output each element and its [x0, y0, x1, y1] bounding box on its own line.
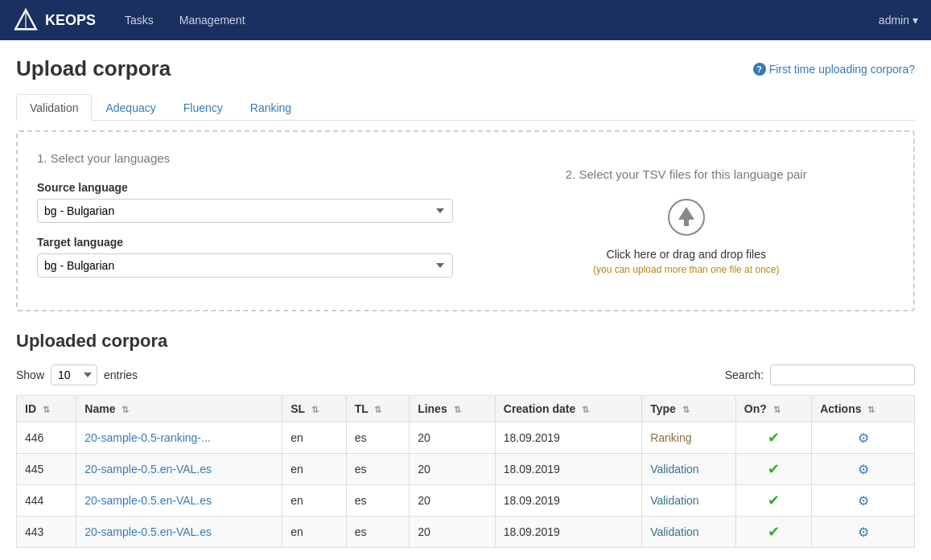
corpus-name-link[interactable]: 20-sample-0.5.en-VAL.es	[84, 525, 212, 538]
cell-name: 20-sample-0.5.en-VAL.es	[76, 454, 282, 485]
upload-section: 1. Select your languages Source language…	[16, 130, 915, 311]
sort-on-icon: ⇅	[773, 405, 781, 415]
tab-validation[interactable]: Validation	[16, 94, 92, 121]
user-menu[interactable]: admin ▾	[879, 14, 918, 27]
table-controls: Show 10 25 50 100 entries Search:	[16, 364, 915, 385]
page-title: Upload corpora	[16, 56, 171, 81]
step2-label: 2. Select your TSV files for this langua…	[566, 167, 807, 181]
show-count-select[interactable]: 10 25 50 100	[51, 364, 97, 385]
search-label: Search:	[725, 369, 764, 381]
target-language-label: Target language	[37, 236, 453, 249]
sort-sl-icon: ⇅	[311, 405, 319, 415]
cell-lines: 20	[410, 485, 496, 517]
target-language-select[interactable]: bg - Bulgarian en - English es - Spanish…	[37, 253, 453, 278]
col-lines[interactable]: Lines ⇅	[410, 396, 496, 422]
cell-date: 18.09.2019	[495, 422, 641, 454]
cell-tl: es	[346, 517, 409, 548]
type-badge: Validation	[650, 463, 698, 476]
upload-left: 1. Select your languages Source language…	[37, 151, 453, 290]
table-row: 443 20-sample-0.5.en-VAL.es en es 20 18.…	[17, 517, 915, 548]
upload-right[interactable]: 2. Select your TSV files for this langua…	[479, 151, 895, 290]
cell-on: ✔	[735, 422, 811, 454]
upload-icon	[666, 197, 706, 240]
cell-tl: es	[346, 485, 409, 517]
sort-name-icon: ⇅	[122, 405, 129, 415]
brand-link[interactable]: KEOPS	[13, 7, 96, 33]
svg-marker-3	[678, 207, 694, 220]
source-language-select[interactable]: bg - Bulgarian en - English es - Spanish…	[37, 199, 453, 223]
col-creation-date[interactable]: Creation date ⇅	[495, 396, 641, 422]
cell-on: ✔	[735, 485, 811, 517]
col-id[interactable]: ID ⇅	[17, 396, 76, 422]
navbar-nav: Tasks Management	[115, 7, 879, 33]
svg-rect-4	[684, 220, 689, 226]
corpus-name-link[interactable]: 20-sample-0.5-ranking-...	[84, 431, 210, 444]
cell-type: Ranking	[642, 422, 736, 454]
search-input[interactable]	[770, 364, 915, 385]
col-actions: Actions ⇅	[812, 396, 915, 422]
cell-sl: en	[282, 485, 347, 517]
col-name[interactable]: Name ⇅	[76, 396, 282, 422]
nav-tasks[interactable]: Tasks	[115, 7, 163, 33]
type-badge: Ranking	[650, 431, 691, 444]
col-sl[interactable]: SL ⇅	[282, 396, 347, 422]
main-content: Upload corpora ? First time uploading co…	[0, 40, 931, 560]
cell-type: Validation	[642, 485, 736, 517]
sort-date-icon: ⇅	[582, 405, 589, 415]
tab-adequacy[interactable]: Adequacy	[92, 94, 169, 121]
uploaded-corpora-title: Uploaded corpora	[16, 331, 915, 352]
upload-subtext: (you can upload more than one file at on…	[593, 264, 779, 275]
col-on[interactable]: On? ⇅	[735, 396, 811, 422]
upload-inner: 1. Select your languages Source language…	[37, 151, 894, 290]
table-body: 446 20-sample-0.5-ranking-... en es 20 1…	[17, 422, 915, 548]
actions-gear-icon[interactable]: ⚙	[820, 525, 906, 540]
cell-actions: ⚙	[812, 517, 915, 548]
sort-type-icon: ⇅	[682, 405, 690, 415]
col-tl[interactable]: TL ⇅	[346, 396, 409, 422]
step1-label: 1. Select your languages	[37, 151, 453, 165]
corpus-name-link[interactable]: 20-sample-0.5.en-VAL.es	[84, 463, 212, 476]
cell-date: 18.09.2019	[495, 517, 641, 548]
type-badge: Validation	[650, 494, 698, 507]
cell-lines: 20	[410, 422, 496, 454]
cell-id: 443	[17, 517, 76, 548]
cell-lines: 20	[410, 517, 496, 548]
actions-gear-icon[interactable]: ⚙	[820, 462, 906, 477]
sort-actions-icon: ⇅	[867, 405, 875, 415]
cell-actions: ⚙	[812, 485, 915, 517]
table-row: 445 20-sample-0.5.en-VAL.es en es 20 18.…	[17, 454, 915, 485]
corpus-name-link[interactable]: 20-sample-0.5.en-VAL.es	[84, 494, 212, 507]
table-header-row: ID ⇅ Name ⇅ SL ⇅ TL ⇅ Lines ⇅	[17, 396, 915, 422]
sort-tl-icon: ⇅	[374, 405, 381, 415]
nav-management[interactable]: Management	[170, 7, 255, 33]
cell-id: 445	[17, 454, 76, 485]
cell-sl: en	[282, 422, 347, 454]
upload-text[interactable]: Click here or drag and drop files	[607, 248, 766, 261]
navbar: KEOPS Tasks Management admin ▾	[0, 0, 931, 40]
help-link-text: First time uploading corpora?	[769, 63, 915, 76]
chevron-down-icon: ▾	[912, 14, 918, 27]
cell-tl: es	[346, 422, 409, 454]
tab-fluency[interactable]: Fluency	[170, 94, 237, 121]
col-date-label: Creation date	[504, 402, 575, 415]
cell-sl: en	[282, 454, 347, 485]
cell-name: 20-sample-0.5.en-VAL.es	[76, 517, 282, 548]
help-link[interactable]: ? First time uploading corpora?	[753, 63, 915, 76]
actions-gear-icon[interactable]: ⚙	[820, 493, 906, 509]
cell-actions: ⚙	[812, 422, 915, 454]
on-checkmark: ✔	[744, 429, 803, 447]
target-language-group: Target language bg - Bulgarian en - Engl…	[37, 236, 453, 278]
cell-name: 20-sample-0.5.en-VAL.es	[76, 485, 282, 517]
cell-on: ✔	[735, 517, 811, 548]
sort-id-icon: ⇅	[43, 405, 50, 415]
on-checkmark: ✔	[744, 460, 803, 478]
cell-on: ✔	[735, 454, 811, 485]
page-header: Upload corpora ? First time uploading co…	[16, 56, 915, 81]
cell-sl: en	[282, 517, 347, 548]
entries-label: entries	[104, 369, 138, 381]
col-type[interactable]: Type ⇅	[642, 396, 736, 422]
tab-ranking[interactable]: Ranking	[237, 94, 305, 121]
on-checkmark: ✔	[744, 492, 803, 509]
actions-gear-icon[interactable]: ⚙	[820, 430, 906, 446]
type-badge: Validation	[650, 525, 698, 538]
